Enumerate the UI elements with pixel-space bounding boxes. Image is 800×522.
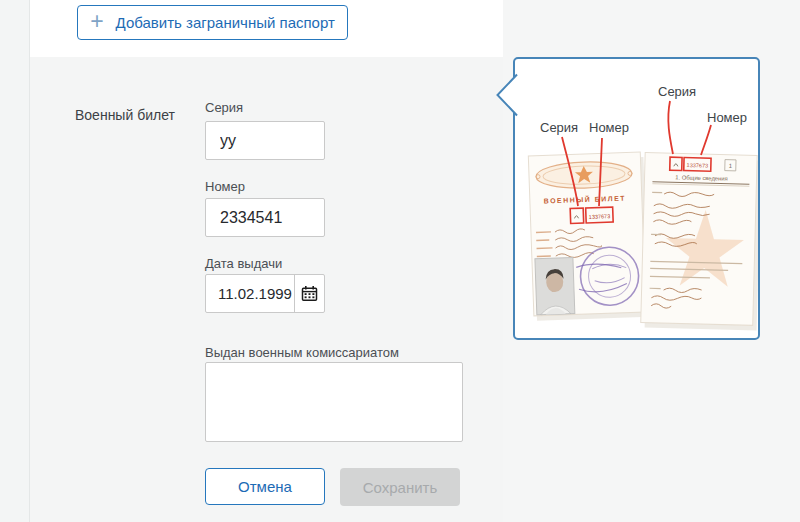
right-number-sample: 1337673: [687, 162, 709, 169]
plus-icon: +: [90, 10, 103, 33]
military-id-illustration: ВОЕННЫЙ БИЛЕТ 1337673: [515, 59, 758, 338]
issued-by-textarea[interactable]: [205, 362, 463, 442]
callout-number-right-label: Номер: [707, 110, 747, 125]
series-input[interactable]: [205, 121, 325, 160]
cancel-button[interactable]: Отмена: [205, 468, 325, 505]
issue-date-field: [205, 274, 325, 313]
calendar-icon: [301, 285, 318, 302]
military-id-form-page: + Добавить заграничный паспорт Военный б…: [0, 0, 800, 522]
add-foreign-passport-button[interactable]: + Добавить заграничный паспорт: [77, 5, 348, 40]
save-button[interactable]: Сохранить: [340, 468, 460, 506]
callout-series-right-label: Серия: [658, 84, 696, 99]
callout-number-left-label: Номер: [589, 120, 629, 135]
issue-date-label: Дата выдачи: [205, 256, 282, 271]
section-title: Военный билет: [75, 107, 175, 123]
booklet-left-page: ВОЕННЫЙ БИЛЕТ 1337673: [528, 152, 649, 321]
issue-date-input[interactable]: [206, 275, 294, 312]
sample-document-callout: ВОЕННЫЙ БИЛЕТ 1337673: [513, 57, 760, 340]
number-input[interactable]: [205, 198, 325, 237]
add-foreign-passport-label: Добавить заграничный паспорт: [116, 14, 335, 31]
issued-by-label: Выдан военным комиссариатом: [205, 345, 399, 360]
booklet-right-page: 1337673 1 1. Общие сведения: [641, 153, 758, 331]
calendar-button[interactable]: [294, 275, 324, 312]
photo: [535, 257, 575, 314]
series-label: Серия: [205, 100, 243, 115]
left-gutter: [0, 0, 30, 522]
left-number-sample: 1337673: [589, 213, 611, 220]
callout-series-left-label: Серия: [540, 120, 578, 135]
number-label: Номер: [205, 179, 245, 194]
